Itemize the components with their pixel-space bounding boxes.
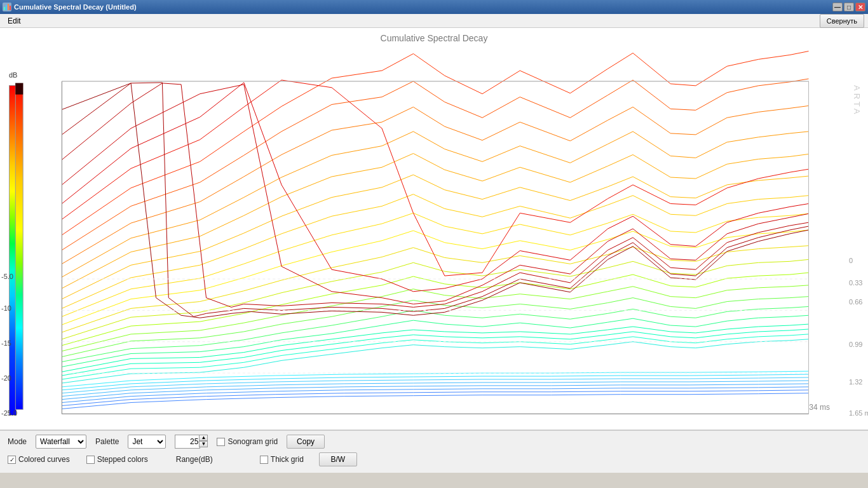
svg-rect-3 xyxy=(10,6,11,10)
bw-button[interactable]: B/W xyxy=(319,452,357,466)
stepped-colors-wrap: Stepped colors xyxy=(86,455,148,464)
stepped-colors-checkbox[interactable] xyxy=(86,456,95,464)
menu-items: Edit xyxy=(4,15,25,27)
stepped-colors-label: Stepped colors xyxy=(97,455,148,464)
range-down-spinner[interactable]: ▼ xyxy=(199,441,208,447)
colored-curves-label: Colored curves xyxy=(18,455,70,464)
window-title: Cumulative Spectral Decay (Untitled) xyxy=(14,3,137,11)
controls-row1: Mode Waterfall Sonogram Palette Jet Hot … xyxy=(8,435,860,449)
range-up-spinner[interactable]: ▲ xyxy=(199,435,208,441)
range-spinners: ▲ ▼ xyxy=(199,435,208,449)
thick-grid-checkbox[interactable] xyxy=(260,456,268,464)
titlebar-buttons: — □ ✕ xyxy=(832,3,865,11)
mode-select[interactable]: Waterfall Sonogram xyxy=(36,435,86,449)
range-input[interactable] xyxy=(175,435,200,449)
range-spin-group: ▲ ▼ xyxy=(175,435,208,449)
menu-edit[interactable]: Edit xyxy=(4,15,25,27)
titlebar-left: Cumulative Spectral Decay (Untitled) xyxy=(3,3,137,11)
range-db-label: Range(dB) xyxy=(176,455,213,464)
svern-button[interactable]: Свернуть xyxy=(820,14,864,28)
mode-label: Mode xyxy=(8,437,27,446)
controls-row2: Colored curves Stepped colors Range(dB) … xyxy=(8,452,860,466)
palette-select[interactable]: Jet Hot Cool Gray xyxy=(128,435,166,449)
svg-rect-14 xyxy=(15,83,23,95)
svg-rect-0 xyxy=(4,7,5,10)
maximize-button[interactable]: □ xyxy=(844,3,854,11)
controls-panel: Mode Waterfall Sonogram Palette Jet Hot … xyxy=(0,430,868,473)
sonogram-grid-label: Sonogram grid xyxy=(227,437,278,446)
sonogram-grid-wrap: Sonogram grid xyxy=(217,437,278,446)
copy-button[interactable]: Copy xyxy=(287,435,325,449)
app-icon xyxy=(3,3,11,11)
colored-curves-checkbox[interactable] xyxy=(8,456,16,464)
svg-rect-13 xyxy=(15,83,23,410)
sonogram-grid-checkbox[interactable] xyxy=(217,438,225,446)
palette-label: Palette xyxy=(95,437,119,446)
main-area: Cumulative Spectral Decay dB -5.0 -10 -1… xyxy=(0,28,868,473)
waterfall-chart xyxy=(0,28,868,430)
chart-area: Cumulative Spectral Decay dB -5.0 -10 -1… xyxy=(0,28,868,430)
svg-rect-1 xyxy=(6,5,7,10)
minimize-button[interactable]: — xyxy=(832,3,843,11)
thick-grid-label: Thick grid xyxy=(271,455,304,464)
menubar: Edit Свернуть xyxy=(0,14,868,28)
colored-curves-wrap: Colored curves xyxy=(8,455,70,464)
thick-grid-wrap: Thick grid xyxy=(260,455,304,464)
close-button[interactable]: ✕ xyxy=(855,3,865,11)
svg-rect-2 xyxy=(8,4,9,10)
titlebar: Cumulative Spectral Decay (Untitled) — □… xyxy=(0,0,868,14)
